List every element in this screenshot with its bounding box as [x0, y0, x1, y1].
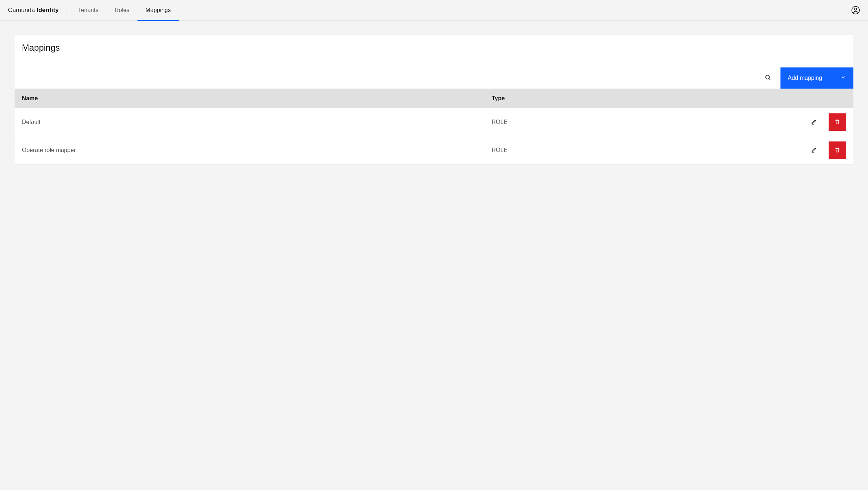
- table-toolbar: Add mapping: [15, 67, 853, 89]
- table-row: Operate role mapper ROLE: [15, 136, 853, 164]
- edit-button[interactable]: [810, 146, 818, 155]
- edit-icon: [811, 147, 817, 154]
- user-avatar-icon[interactable]: [851, 6, 860, 15]
- trash-icon: [834, 118, 841, 126]
- delete-button[interactable]: [829, 141, 846, 159]
- table-row: Default ROLE: [15, 108, 853, 136]
- card-header: Mappings: [15, 35, 853, 67]
- column-header-name[interactable]: Name: [15, 89, 484, 108]
- nav-tab-mappings[interactable]: Mappings: [137, 0, 179, 20]
- nav-tab-tenants[interactable]: Tenants: [70, 0, 106, 20]
- nav-tabs: Tenants Roles Mappings: [70, 0, 179, 20]
- main-content: Mappings Add mapping: [0, 21, 868, 179]
- svg-point-2: [766, 75, 770, 79]
- nav-tab-roles[interactable]: Roles: [106, 0, 137, 20]
- search-button[interactable]: [759, 69, 777, 87]
- brand-name: Camunda: [8, 7, 35, 13]
- trash-icon: [834, 147, 841, 154]
- row-actions: [726, 141, 846, 159]
- cell-type: ROLE: [484, 108, 719, 136]
- brand-product: Identity: [36, 7, 58, 13]
- header-divider: [66, 4, 66, 16]
- delete-button[interactable]: [829, 113, 846, 131]
- table-header-row: Name Type: [15, 89, 853, 108]
- brand: Camunda Identity: [8, 7, 66, 14]
- mappings-table: Name Type Default ROLE: [15, 89, 853, 164]
- page-title: Mappings: [22, 43, 846, 53]
- edit-icon: [811, 118, 817, 126]
- column-header-actions: [719, 89, 853, 108]
- edit-button[interactable]: [810, 118, 818, 127]
- column-header-type[interactable]: Type: [484, 89, 719, 108]
- header-right: [851, 6, 860, 15]
- app-header: Camunda Identity Tenants Roles Mappings: [0, 0, 868, 21]
- search-icon: [765, 74, 771, 82]
- row-actions: [726, 113, 846, 131]
- content-card: Mappings Add mapping: [15, 35, 853, 164]
- svg-line-3: [769, 78, 771, 80]
- chevron-down-icon: [829, 74, 846, 82]
- add-mapping-button[interactable]: Add mapping: [780, 67, 853, 89]
- svg-point-1: [855, 8, 857, 10]
- cell-type: ROLE: [484, 136, 719, 164]
- cell-name: Default: [15, 108, 484, 136]
- add-mapping-label: Add mapping: [788, 75, 822, 81]
- cell-name: Operate role mapper: [15, 136, 484, 164]
